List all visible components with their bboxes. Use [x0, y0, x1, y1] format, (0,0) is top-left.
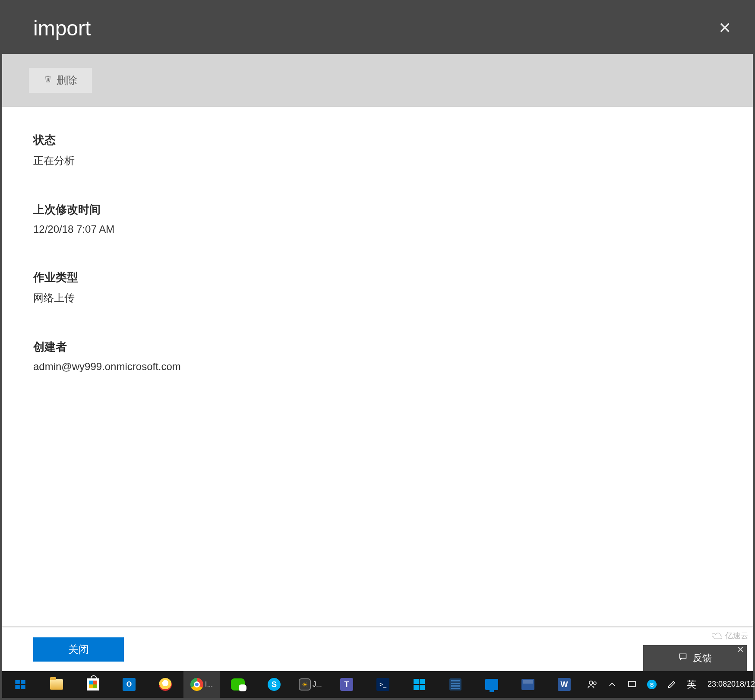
field-status-label: 状态	[33, 133, 722, 148]
taskbar-app-teams[interactable]: T	[329, 671, 365, 698]
taskbar-app-rdp[interactable]	[474, 671, 510, 698]
window-frame: import ✕ 删除 状态 正在分析 上次修改时间 12/20/18 7:07…	[0, 0, 755, 700]
panel-footer: 关闭 亿速云 ✕ 反馈	[2, 628, 753, 671]
taskbar-app-powershell[interactable]: >_	[365, 671, 401, 698]
field-creator-label: 创建者	[33, 339, 722, 355]
close-button[interactable]: 关闭	[33, 637, 124, 662]
windows-settings-icon	[414, 679, 425, 690]
potplayer-icon	[159, 678, 172, 691]
store-icon	[87, 678, 99, 690]
outlook-icon: O	[123, 678, 136, 691]
chat-icon	[678, 652, 688, 664]
clock-time: 23:08	[708, 680, 727, 689]
ime-indicator[interactable]: 英	[682, 671, 701, 698]
field-modified-value: 12/20/18 7:07 AM	[33, 223, 722, 235]
feedback-button[interactable]: ✕ 反馈	[643, 645, 747, 671]
panel-header: import ✕	[2, 2, 753, 54]
panel-title: import	[33, 16, 91, 40]
taskbar-app-hyperv[interactable]	[510, 671, 546, 698]
teams-icon: T	[340, 678, 353, 691]
taskbar-app-servermanager[interactable]	[437, 671, 474, 698]
skype-icon: S	[268, 678, 281, 691]
taskbar-chrome-label: I...	[205, 681, 213, 688]
taskbar-app-word[interactable]: W	[546, 671, 582, 698]
field-jobtype: 作业类型 网络上传	[33, 270, 722, 305]
delete-button[interactable]: 删除	[29, 68, 92, 93]
field-creator-value: admin@wy999.onmicrosoft.com	[33, 361, 722, 373]
clock-date: 2018/12/20	[727, 680, 755, 689]
word-icon: W	[558, 678, 571, 691]
field-modified-label: 上次修改时间	[33, 202, 722, 217]
taskbar: O I... S ☀J... T >_ W S 英 23:08 2018/12/…	[2, 671, 753, 698]
rdp-icon	[485, 679, 498, 690]
watermark-text: 亿速云	[725, 630, 749, 641]
tray-skype-icon[interactable]: S	[642, 671, 662, 698]
wechat-icon	[231, 678, 245, 690]
taskbar-jabber-label: J...	[313, 681, 322, 688]
field-status-value: 正在分析	[33, 154, 722, 168]
taskbar-clock[interactable]: 23:08 2018/12/20	[701, 671, 755, 698]
svg-rect-0	[15, 680, 20, 684]
field-status: 状态 正在分析	[33, 133, 722, 168]
field-jobtype-value: 网络上传	[33, 291, 722, 305]
tray-overflow-icon[interactable]	[602, 671, 622, 698]
jabber-icon: ☀	[299, 678, 311, 690]
taskbar-app-outlook[interactable]: O	[111, 671, 147, 698]
taskbar-app-store[interactable]	[75, 671, 111, 698]
start-button[interactable]	[2, 671, 38, 698]
feedback-label: 反馈	[693, 652, 712, 665]
taskbar-app-explorer[interactable]	[38, 671, 75, 698]
taskbar-app-settings[interactable]	[401, 671, 437, 698]
hyper-v-icon	[521, 679, 534, 690]
taskbar-app-chrome[interactable]: I...	[183, 671, 220, 698]
taskbar-app-jabber[interactable]: ☀J...	[292, 671, 329, 698]
command-bar: 删除	[2, 54, 753, 107]
field-modified: 上次修改时间 12/20/18 7:07 AM	[33, 202, 722, 235]
watermark: 亿速云	[711, 630, 749, 641]
feedback-close-icon[interactable]: ✕	[737, 644, 744, 655]
tray-monitor-icon[interactable]	[622, 671, 642, 698]
svg-point-4	[589, 681, 593, 684]
svg-rect-3	[21, 685, 25, 689]
svg-rect-6	[629, 681, 635, 687]
close-icon[interactable]: ✕	[714, 15, 736, 41]
taskbar-app-skype[interactable]: S	[256, 671, 292, 698]
detail-content: 状态 正在分析 上次修改时间 12/20/18 7:07 AM 作业类型 网络上…	[2, 107, 753, 626]
svg-rect-2	[15, 685, 20, 689]
taskbar-app-potplayer[interactable]	[147, 671, 183, 698]
trash-icon	[44, 74, 52, 87]
powershell-icon: >_	[376, 678, 389, 691]
system-tray: S 英 23:08 2018/12/20	[582, 671, 755, 698]
field-jobtype-label: 作业类型	[33, 270, 722, 285]
field-creator: 创建者 admin@wy999.onmicrosoft.com	[33, 339, 722, 373]
people-icon[interactable]	[582, 671, 602, 698]
chrome-icon	[190, 678, 203, 691]
taskbar-app-wechat[interactable]	[220, 671, 256, 698]
delete-button-label: 删除	[57, 73, 77, 87]
svg-rect-1	[21, 680, 25, 684]
folder-icon	[50, 679, 63, 690]
server-icon	[449, 678, 461, 690]
svg-point-5	[594, 682, 596, 684]
tray-ink-icon[interactable]	[662, 671, 682, 698]
